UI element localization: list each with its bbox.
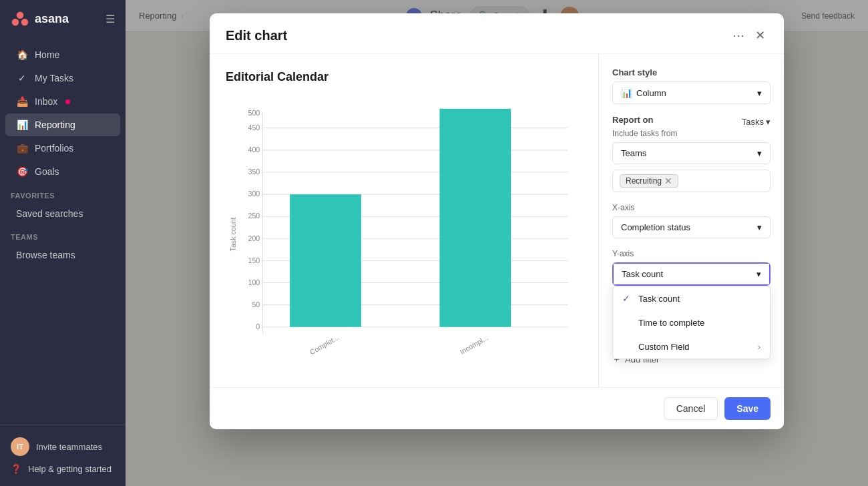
asana-logo-icon bbox=[11, 9, 29, 28]
tags-input-container: Recruiting ✕ bbox=[612, 170, 771, 192]
tasks-label: Tasks bbox=[742, 117, 764, 127]
hamburger-icon[interactable]: ☰ bbox=[105, 13, 115, 25]
invite-label: Invite teammates bbox=[36, 442, 102, 452]
goals-icon: 🎯 bbox=[16, 166, 28, 178]
sidebar-item-goals[interactable]: 🎯 Goals bbox=[5, 160, 120, 183]
option-time-to-complete[interactable]: ✓ Time to complete bbox=[613, 310, 770, 334]
svg-text:Complet...: Complet... bbox=[308, 333, 340, 356]
sidebar-item-home[interactable]: 🏠 Home bbox=[5, 43, 120, 66]
svg-text:200: 200 bbox=[248, 234, 260, 242]
tasks-dropdown[interactable]: Tasks ▾ bbox=[742, 117, 771, 127]
y-axis-label: Y-axis bbox=[612, 249, 771, 258]
tag-input[interactable]: Recruiting ✕ bbox=[612, 170, 771, 192]
home-icon: 🏠 bbox=[16, 49, 28, 61]
close-button[interactable]: ✕ bbox=[752, 25, 768, 45]
portfolios-icon: 💼 bbox=[16, 142, 28, 154]
recruiting-tag: Recruiting ✕ bbox=[620, 174, 678, 188]
y-axis-dropdown[interactable]: Task count ▾ ✓ Task count ✓ Tim bbox=[612, 262, 771, 286]
inbox-icon: 📥 bbox=[16, 95, 28, 107]
modal-footer: Cancel Save bbox=[210, 387, 784, 429]
chevron-down-icon: ▾ bbox=[756, 269, 761, 279]
chevron-right-icon: › bbox=[758, 342, 761, 352]
sidebar-item-label: My Tasks bbox=[35, 73, 73, 83]
sidebar-logo: asana ☰ bbox=[0, 0, 126, 37]
more-options-button[interactable]: ⋯ bbox=[730, 25, 747, 45]
y-axis-section: Y-axis Task count ▾ ✓ Task count bbox=[612, 249, 771, 286]
svg-text:100: 100 bbox=[248, 278, 260, 286]
bar-chart: Task count bbox=[226, 97, 582, 371]
chart-area: Editorial Calendar Task count bbox=[210, 54, 598, 387]
column-chart-icon: 📊 bbox=[621, 87, 632, 98]
svg-text:Task count: Task count bbox=[229, 217, 237, 251]
svg-point-2 bbox=[21, 19, 29, 26]
reporting-icon: 📊 bbox=[16, 119, 28, 131]
sidebar-item-label: Browse teams bbox=[16, 250, 75, 260]
check-mark-icon: ✓ bbox=[622, 293, 633, 304]
y-axis-value: Task count bbox=[622, 269, 663, 279]
sidebar-navigation: 🏠 Home ✓ My Tasks 📥 Inbox 📊 Reporting 💼 … bbox=[0, 37, 126, 425]
tag-label: Recruiting bbox=[626, 176, 662, 186]
y-axis-dropdown-header[interactable]: Task count ▾ bbox=[614, 264, 769, 284]
x-axis-value: Completion status bbox=[621, 222, 690, 232]
option-label: Time to complete bbox=[638, 318, 704, 328]
svg-text:400: 400 bbox=[248, 146, 260, 154]
sidebar-item-reporting[interactable]: 📊 Reporting bbox=[5, 113, 120, 136]
sidebar-item-portfolios[interactable]: 💼 Portfolios bbox=[5, 137, 120, 160]
chart-style-label: Chart style bbox=[612, 67, 771, 77]
modal-header: Edit chart ⋯ ✕ bbox=[210, 13, 784, 54]
sidebar-item-saved-searches[interactable]: Saved searches bbox=[5, 203, 120, 224]
favorites-section-label: Favorites bbox=[0, 184, 126, 202]
teams-dropdown[interactable]: Teams ▾ bbox=[612, 142, 771, 164]
chart-style-value: Column bbox=[636, 88, 666, 98]
modal-title: Edit chart bbox=[226, 28, 730, 43]
cancel-button[interactable]: Cancel bbox=[664, 397, 718, 420]
sidebar-item-label: Goals bbox=[35, 166, 59, 177]
check-icon: ✓ bbox=[16, 72, 28, 84]
option-task-count[interactable]: ✓ Task count bbox=[613, 286, 770, 310]
chevron-down-icon: ▾ bbox=[757, 88, 762, 98]
sidebar-item-my-tasks[interactable]: ✓ My Tasks bbox=[5, 67, 120, 89]
chevron-down-icon: ▾ bbox=[766, 117, 771, 127]
chevron-down-icon: ▾ bbox=[757, 148, 762, 158]
svg-text:Incompl...: Incompl... bbox=[459, 333, 489, 355]
chart-container: Task count bbox=[226, 97, 582, 371]
sidebar-item-inbox[interactable]: 📥 Inbox bbox=[5, 90, 120, 113]
chart-style-dropdown[interactable]: 📊 Column ▾ bbox=[612, 81, 771, 104]
sidebar-item-label: Portfolios bbox=[35, 143, 73, 154]
svg-text:0: 0 bbox=[256, 322, 260, 330]
x-axis-section: X-axis Completion status ▾ bbox=[612, 203, 771, 238]
bar-incomplete bbox=[439, 109, 511, 327]
report-on-section: Report on Tasks ▾ Include tasks from Tea… bbox=[612, 115, 771, 192]
svg-text:350: 350 bbox=[248, 168, 260, 176]
notification-dot bbox=[65, 99, 70, 104]
svg-point-1 bbox=[12, 19, 19, 26]
x-axis-label: X-axis bbox=[612, 203, 771, 212]
save-button[interactable]: Save bbox=[724, 397, 771, 420]
settings-panel: Chart style 📊 Column ▾ Report on bbox=[598, 54, 784, 387]
sidebar-item-label: Home bbox=[35, 49, 59, 60]
tag-remove-button[interactable]: ✕ bbox=[664, 176, 672, 186]
svg-text:150: 150 bbox=[248, 256, 260, 264]
sidebar-item-label: Saved searches bbox=[16, 208, 83, 219]
sidebar-item-browse-teams[interactable]: Browse teams bbox=[5, 244, 120, 266]
report-on-label: Report on bbox=[612, 115, 653, 125]
x-axis-dropdown[interactable]: Completion status ▾ bbox=[612, 216, 771, 238]
svg-text:500: 500 bbox=[248, 109, 260, 117]
svg-text:300: 300 bbox=[248, 190, 260, 198]
sidebar-item-help[interactable]: ❓ Help & getting started bbox=[11, 460, 115, 478]
sidebar-item-invite-teammates[interactable]: IT Invite teammates bbox=[11, 433, 115, 460]
sidebar: asana ☰ 🏠 Home ✓ My Tasks 📥 Inbox 📊 Repo… bbox=[0, 0, 126, 486]
y-axis-dropdown-menu: ✓ Task count ✓ Time to complete ✓ Custom… bbox=[612, 286, 771, 359]
chart-title: Editorial Calendar bbox=[226, 70, 582, 84]
option-custom-field[interactable]: ✓ Custom Field › bbox=[613, 334, 770, 358]
modal-body: Editorial Calendar Task count bbox=[210, 54, 784, 387]
logo-text: asana bbox=[35, 12, 69, 26]
bar-completed bbox=[290, 194, 361, 327]
main-area: Reporting › Share 🔍 Search ➕ U Send feed… bbox=[126, 0, 868, 486]
edit-chart-modal: Edit chart ⋯ ✕ Editorial Calendar Task c… bbox=[210, 13, 784, 429]
sidebar-item-label: Reporting bbox=[35, 119, 75, 130]
chevron-down-icon: ▾ bbox=[757, 222, 762, 232]
sidebar-bottom: IT Invite teammates ❓ Help & getting sta… bbox=[0, 425, 126, 486]
sidebar-item-label: Inbox bbox=[35, 96, 57, 107]
svg-text:50: 50 bbox=[252, 300, 260, 308]
